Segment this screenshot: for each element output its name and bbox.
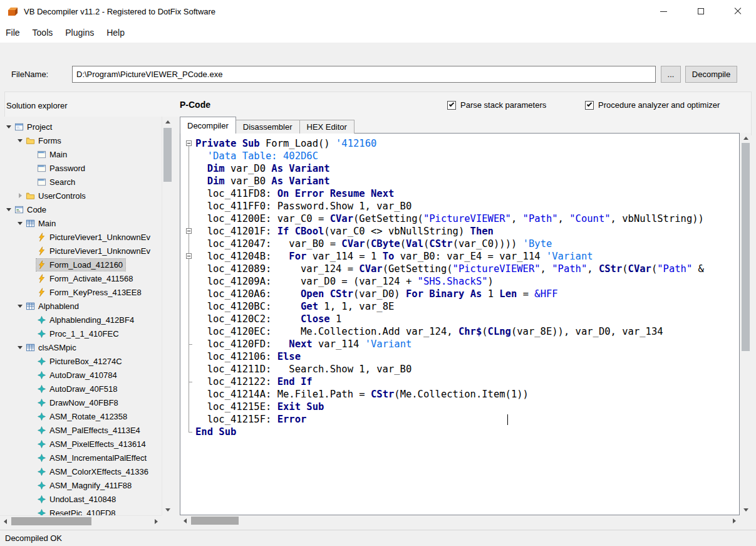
code-line[interactable]: loc_411FF0: Password.Show 1, var_B0	[195, 200, 704, 213]
scroll-left-arrow-icon[interactable]	[184, 518, 187, 523]
tree-item-project[interactable]: Project	[0, 120, 162, 134]
code-line[interactable]: Dim var_D0 As Variant	[195, 162, 704, 175]
scroll-left-arrow-icon[interactable]	[4, 519, 7, 524]
code-line[interactable]: loc_41215F: Error	[195, 413, 704, 426]
tree-item-form_load_412160[interactable]: Form_Load_412160	[0, 258, 162, 271]
chevron-expanded-icon[interactable]	[15, 301, 25, 311]
tree-item-usercontrols[interactable]: UserControls	[0, 189, 162, 202]
code-editor[interactable]: Private Sub Form_Load() '412160 'Data Ta…	[180, 133, 740, 515]
parse-stack-checkbox[interactable]: Parse stack parameters	[447, 100, 546, 110]
tree-horizontal-scrollbar[interactable]	[0, 515, 162, 527]
code-line[interactable]: loc_4120C2: Close 1	[195, 313, 704, 325]
tree-item-alphablending_412bf4[interactable]: Alphablending_412BF4	[0, 313, 162, 327]
code-line[interactable]: loc_4120EC: Me.Collection.Add var_124, C…	[195, 325, 704, 338]
scroll-down-arrow-icon[interactable]	[165, 508, 170, 512]
code-line[interactable]: loc_41215E: Exit Sub	[195, 401, 704, 413]
code-line[interactable]: loc_41211D: Search.Show 1, var_B0	[195, 363, 704, 375]
chevron-collapsed-icon[interactable]	[15, 191, 25, 201]
form-icon	[37, 150, 46, 159]
code-line[interactable]: loc_41200E: var_C0 = CVar(GetSetting("Pi…	[195, 213, 704, 225]
tree-vscroll-thumb[interactable]	[163, 128, 172, 182]
menu-tools[interactable]: Tools	[26, 23, 60, 43]
maximize-button[interactable]	[682, 0, 719, 23]
code-line[interactable]: loc_41209A: var_D0 = (var_124 + "SHS.Sha…	[195, 275, 704, 288]
chevron-expanded-icon[interactable]	[4, 122, 14, 132]
code-line[interactable]: loc_41201F: If CBool(var_C0 <> vbNullStr…	[195, 225, 704, 238]
decompile-button[interactable]: Decompile	[685, 66, 737, 83]
titlebar[interactable]: VB Decompiler v11.2 - Registered to DotF…	[0, 0, 756, 23]
menu-file[interactable]: File	[0, 23, 26, 43]
tree-item-main[interactable]: Main	[0, 216, 162, 230]
tree-item-pictureviever1_unknownev[interactable]: PictureViever1_UnknownEv	[0, 244, 162, 258]
code-vertical-scrollbar[interactable]	[740, 133, 751, 515]
chevron-expanded-icon[interactable]	[15, 342, 25, 352]
tree-vertical-scrollbar[interactable]	[162, 117, 173, 515]
scroll-up-arrow-icon[interactable]	[743, 137, 748, 140]
code-line[interactable]: loc_411FD8: On Error Resume Next	[195, 187, 704, 200]
code-line[interactable]: loc_412047: var_B0 = CVar(CByte(Val(CStr…	[195, 238, 704, 250]
chevron-expanded-icon[interactable]	[15, 218, 25, 228]
code-line[interactable]: loc_412122: End If	[195, 375, 704, 388]
filename-input[interactable]: D:\Program\PictureVIEWER_PCode.exe	[72, 66, 656, 83]
tree-item-asm_rotate_412358[interactable]: ASM_Rotate_412358	[0, 409, 162, 423]
code-hscroll-thumb[interactable]	[191, 517, 239, 525]
tree-item-undolast_410848[interactable]: UndoLast_410848	[0, 492, 162, 506]
tab-decompiler[interactable]: Decompiler	[180, 117, 236, 134]
code-line[interactable]: loc_41214A: Me.File1.Path = CStr(Me.Coll…	[195, 388, 704, 401]
tree-item-form_keypress_413ee8[interactable]: Form_KeyPress_413EE8	[0, 285, 162, 299]
panel-splitter[interactable]	[173, 117, 180, 527]
minimize-button[interactable]	[645, 0, 682, 23]
code-line[interactable]: Private Sub Form_Load() '412160	[195, 137, 704, 150]
code-line[interactable]: loc_4120FD: Next var_114 'Variant	[195, 338, 704, 350]
tree-item-asm_pixeleffects_413614[interactable]: ASM_PixelEffects_413614	[0, 437, 162, 451]
tree-item-autodraw_410784[interactable]: AutoDraw_410784	[0, 368, 162, 382]
close-button[interactable]	[719, 0, 756, 23]
tree-item-forms[interactable]: Forms	[0, 134, 162, 147]
tree-item-search[interactable]: Search	[0, 175, 162, 189]
code-line[interactable]: loc_412106: Else	[195, 350, 704, 363]
code-line[interactable]: End Sub	[195, 426, 704, 438]
code-line[interactable]: loc_412089: var_124 = CVar(GetSetting("P…	[195, 263, 704, 275]
procedure-analyzer-checkbox[interactable]: Procedure analyzer and optimizer	[585, 100, 720, 110]
scroll-right-arrow-icon[interactable]	[733, 518, 736, 523]
tree-item-picturebox_41274c[interactable]: PictureBox_41274C	[0, 354, 162, 368]
fold-collapse-icon[interactable]	[186, 253, 192, 259]
tree-item-password[interactable]: Password	[0, 161, 162, 175]
browse-button[interactable]: ...	[661, 66, 681, 83]
scroll-down-arrow-icon[interactable]	[743, 508, 748, 512]
tree-item-code[interactable]: Code	[0, 202, 162, 216]
code-line[interactable]: loc_4120BC: Get 1, 1, var_8E	[195, 300, 704, 313]
tree-item-asm_colorxeffects_41336[interactable]: ASM_ColorXEffects_41336	[0, 465, 162, 478]
code-line[interactable]: loc_4120A6: Open CStr(var_D0) For Binary…	[195, 288, 704, 300]
fold-collapse-icon[interactable]	[186, 140, 192, 146]
tree-item-form_activate_411568[interactable]: Form_Activate_411568	[0, 271, 162, 285]
tree-hscroll-thumb[interactable]	[11, 517, 91, 525]
tree-item-resetpic_410fd8[interactable]: ResetPic_410FD8	[0, 506, 162, 515]
tree-item-asm_magnify_411f88[interactable]: ASM_Magnify_411F88	[0, 478, 162, 492]
code-line[interactable]: Dim var_B0 As Variant	[195, 175, 704, 187]
tree-item-main[interactable]: Main	[0, 147, 162, 161]
code-vscroll-thumb[interactable]	[742, 143, 750, 351]
tree-item-alphablend[interactable]: Alphablend	[0, 299, 162, 313]
scroll-right-arrow-icon[interactable]	[155, 519, 158, 524]
tree-item-label: PictureViever1_UnknownEv	[49, 246, 150, 256]
chevron-expanded-icon[interactable]	[4, 204, 14, 214]
menu-plugins[interactable]: Plugins	[59, 23, 100, 43]
fold-collapse-icon[interactable]	[186, 228, 192, 234]
tree-item-label: Form_Activate_411568	[49, 274, 133, 283]
tree-item-autodraw_40f518[interactable]: AutoDraw_40F518	[0, 382, 162, 396]
code-line[interactable]: loc_41204B: For var_114 = 1 To var_B0: v…	[195, 250, 704, 263]
tree-item-pictureviever1_unknownev[interactable]: PictureViever1_UnknownEv	[0, 230, 162, 244]
tab-hex-editor[interactable]: HEX Editor	[299, 120, 355, 134]
code-line[interactable]: 'Data Table: 402D6C	[195, 150, 704, 162]
menu-help[interactable]: Help	[100, 23, 131, 43]
code-horizontal-scrollbar[interactable]	[180, 515, 740, 527]
chevron-expanded-icon[interactable]	[15, 135, 25, 145]
tab-disassembler[interactable]: Disassembler	[236, 120, 300, 134]
tree-item-clsasmpic[interactable]: clsASMpic	[0, 340, 162, 354]
tree-item-asm_incrementalpaleffect[interactable]: ASM_IncrementalPalEffect	[0, 451, 162, 465]
tree-item-asm_paleffects_4113e4[interactable]: ASM_PalEffects_4113E4	[0, 423, 162, 437]
tree-item-proc_1_1_410fec[interactable]: Proc_1_1_410FEC	[0, 327, 162, 340]
tree-item-drawnow_40fbf8[interactable]: DrawNow_40FBF8	[0, 396, 162, 409]
scroll-up-arrow-icon[interactable]	[165, 120, 170, 123]
